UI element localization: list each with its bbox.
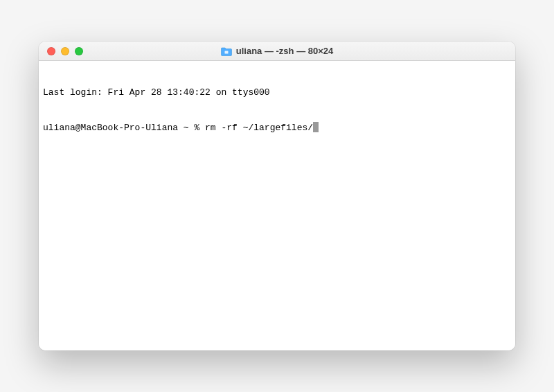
window-title: uliana — -zsh — 80×24 — [236, 46, 334, 56]
terminal-body[interactable]: Last login: Fri Apr 28 13:40:22 on ttys0… — [39, 61, 515, 350]
folder-icon — [221, 46, 232, 55]
command-text: rm -rf ~/largefiles/ — [205, 123, 313, 133]
traffic-lights — [39, 47, 83, 55]
maximize-button[interactable] — [75, 47, 83, 55]
close-button[interactable] — [47, 47, 55, 55]
svg-rect-0 — [224, 51, 228, 54]
prompt-text: uliana@MacBook-Pro-Uliana ~ % — [43, 123, 205, 133]
title-center: uliana — -zsh — 80×24 — [39, 46, 515, 56]
terminal-window: uliana — -zsh — 80×24 Last login: Fri Ap… — [39, 42, 515, 350]
minimize-button[interactable] — [61, 47, 69, 55]
last-login-line: Last login: Fri Apr 28 13:40:22 on ttys0… — [43, 87, 511, 99]
prompt-line: uliana@MacBook-Pro-Uliana ~ % rm -rf ~/l… — [43, 122, 511, 134]
titlebar: uliana — -zsh — 80×24 — [39, 42, 515, 61]
cursor — [313, 122, 319, 132]
